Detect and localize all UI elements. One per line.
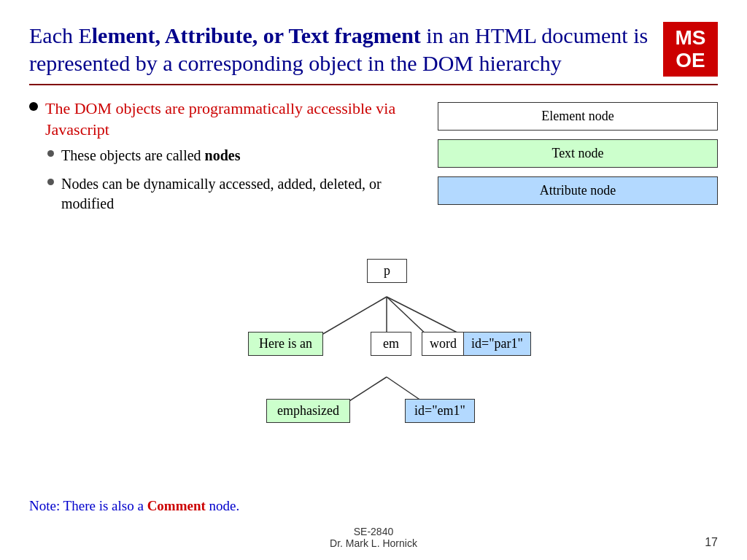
note-suffix: node. [206, 498, 239, 513]
sub-bullet-2: Nodes can be dynamically accessed, added… [47, 174, 423, 214]
header-title: Each Element, Attribute, or Text fragmen… [29, 22, 652, 77]
attribute-node-label: Attribute node [438, 176, 718, 205]
sub-bullet-dot-2 [47, 179, 54, 185]
sub-bullet-prefix: These objects are called [61, 147, 205, 163]
sub-bullet-bold: nodes [205, 147, 241, 163]
title-bold: lement, Attribute, or Text fragment [92, 23, 421, 47]
right-column: Element node Text node Attribute node [438, 98, 718, 222]
sub-bullet-text-2: Nodes can be dynamically accessed, added… [61, 174, 423, 214]
bullet-dot-large [29, 102, 38, 111]
page-number: 17 [705, 536, 718, 549]
element-node-label: Element node [438, 102, 718, 131]
slide: Each Element, Attribute, or Text fragmen… [0, 0, 747, 560]
title-plain: Each E [29, 23, 92, 47]
msoe-logo: MSOE [663, 22, 718, 77]
note-comment: Comment [147, 498, 206, 513]
tree-node-p: p [367, 259, 407, 283]
main-bullet: The DOM objects are programmatically acc… [29, 98, 423, 140]
sub-bullets: These objects are called nodes Nodes can… [47, 146, 423, 214]
sub-bullet-1: These objects are called nodes [47, 146, 423, 166]
footer-line1: SE-2840 [0, 526, 747, 537]
left-column: The DOM objects are programmatically acc… [29, 98, 423, 222]
main-bullet-text: The DOM objects are programmatically acc… [45, 98, 423, 140]
logo-text: MSOE [676, 27, 706, 72]
header: Each Element, Attribute, or Text fragmen… [29, 22, 718, 85]
tree-node-em: em [371, 332, 411, 356]
tree-node-emphasized: emphasized [266, 399, 350, 423]
note-prefix: Note: There is also a [29, 498, 147, 513]
note-section: Note: There is also a Comment node. [29, 497, 239, 516]
text-node-label: Text node [438, 139, 718, 168]
sub-bullet-dot-1 [47, 150, 54, 157]
tree-diagram: p Here is an em word id="par1" emphasize… [233, 255, 540, 481]
tree-node-em1: id="em1" [405, 399, 475, 423]
sub-bullet-text-1: These objects are called nodes [61, 146, 240, 166]
main-content: The DOM objects are programmatically acc… [29, 98, 718, 222]
tree-node-par1: id="par1" [463, 332, 531, 356]
tree-node-word: word [422, 332, 465, 356]
tree-node-here-is-an: Here is an [248, 332, 323, 356]
footer: SE-2840 Dr. Mark L. Hornick [0, 526, 747, 549]
footer-line2: Dr. Mark L. Hornick [0, 537, 747, 549]
tree-svg-lines [233, 255, 540, 481]
